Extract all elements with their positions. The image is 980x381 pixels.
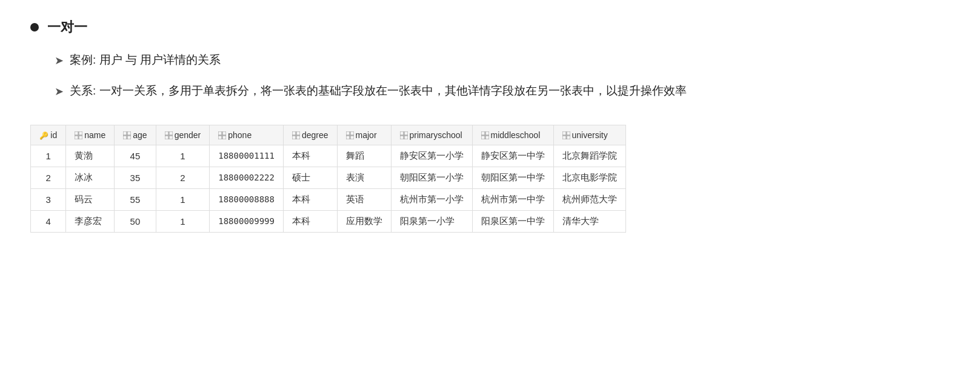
svg-rect-18 [292,136,296,139]
svg-rect-4 [123,131,127,135]
header-row: 🔑 id name age gender phone degree [31,125,626,145]
svg-rect-14 [218,136,222,139]
cell-middleschool-row2: 朝阳区第一中学 [472,167,553,188]
table-row: 2冰冰35218800002222硕士表演朝阳区第一小学朝阳区第一中学北京电影学… [31,167,626,188]
svg-rect-2 [75,136,78,139]
arrow-icon-2: ➤ [55,83,64,101]
table-body: 1黄渤45118800001111本科舞蹈静安区第一小学静安区第一中学北京舞蹈学… [31,145,626,232]
svg-rect-5 [127,131,131,135]
major-col-icon [346,131,354,139]
cell-middleschool-row4: 阳泉区第一中学 [472,210,553,232]
cell-primaryschool-row1: 静安区第一小学 [391,145,472,167]
cell-degree-row4: 本科 [283,210,337,232]
cell-major-row2: 表演 [337,167,391,188]
th-university: university [553,125,625,145]
cell-university-row1: 北京舞蹈学院 [553,145,625,167]
svg-rect-13 [222,131,226,135]
svg-rect-6 [123,136,127,139]
cell-id-row3: 3 [31,188,66,210]
cell-id-row4: 4 [31,210,66,232]
phone-col-icon [218,131,226,139]
svg-rect-7 [127,136,131,139]
th-age: age [115,125,156,145]
svg-rect-1 [79,131,82,135]
sub-item-1-label: 案例: 用户 与 用户详情的关系 [70,51,221,69]
cell-primaryschool-row4: 阳泉第一小学 [391,210,472,232]
svg-rect-24 [400,131,404,135]
middleschool-col-icon [481,131,489,139]
cell-phone-row4: 18800009999 [210,210,284,232]
cell-age-row2: 35 [115,167,156,188]
cell-phone-row3: 18800008888 [210,188,284,210]
section-header: 一对一 ➤ 案例: 用户 与 用户详情的关系 ➤ 关系: 一对一关系，多用于单表… [30,18,950,101]
cell-phone-row2: 18800002222 [210,167,284,188]
svg-rect-17 [296,131,300,135]
age-col-icon [123,131,131,139]
cell-university-row4: 清华大学 [553,210,625,232]
svg-rect-33 [567,131,570,135]
cell-major-row1: 舞蹈 [337,145,391,167]
section-title-text: 一对一 [47,18,87,36]
cell-degree-row3: 本科 [283,188,337,210]
cell-name-row4: 李彦宏 [66,210,115,232]
table-header: 🔑 id name age gender phone degree [31,125,626,145]
th-primaryschool: primaryschool [391,125,472,145]
svg-rect-21 [350,131,354,135]
cell-name-row2: 冰冰 [66,167,115,188]
degree-col-icon [292,131,300,139]
cell-gender-row2: 2 [156,167,210,188]
arrow-icon-1: ➤ [55,52,64,70]
cell-gender-row1: 1 [156,145,210,167]
svg-rect-10 [165,136,168,139]
svg-rect-28 [481,131,485,135]
svg-rect-19 [296,136,300,139]
th-gender: gender [156,125,210,145]
svg-rect-23 [350,136,354,139]
bullet-icon [30,23,39,31]
svg-rect-3 [79,136,82,139]
section-title: 一对一 [30,18,950,36]
sub-item-1: ➤ 案例: 用户 与 用户详情的关系 [55,51,950,70]
data-table: 🔑 id name age gender phone degree [30,125,626,233]
svg-rect-27 [404,136,408,139]
svg-rect-31 [485,136,489,139]
svg-rect-8 [165,131,168,135]
svg-rect-0 [75,131,78,135]
svg-rect-32 [562,131,566,135]
cell-phone-row1: 18800001111 [210,145,284,167]
th-name: name [66,125,115,145]
cell-gender-row4: 1 [156,210,210,232]
svg-rect-9 [169,131,173,135]
cell-major-row4: 应用数学 [337,210,391,232]
svg-rect-35 [567,136,570,139]
cell-age-row1: 45 [115,145,156,167]
cell-age-row3: 55 [115,188,156,210]
svg-rect-12 [218,131,222,135]
cell-middleschool-row1: 静安区第一中学 [472,145,553,167]
name-col-icon [75,131,82,139]
svg-rect-25 [404,131,408,135]
svg-rect-26 [400,136,404,139]
cell-degree-row1: 本科 [283,145,337,167]
sub-item-2: ➤ 关系: 一对一关系，多用于单表拆分，将一张表的基础字段放在一张表中，其他详情… [55,82,950,101]
gender-col-icon [165,131,173,139]
cell-id-row1: 1 [31,145,66,167]
cell-age-row4: 50 [115,210,156,232]
svg-rect-16 [292,131,296,135]
university-col-icon [562,131,570,139]
svg-rect-11 [169,136,173,139]
th-phone: phone [210,125,284,145]
cell-name-row3: 码云 [66,188,115,210]
cell-degree-row2: 硕士 [283,167,337,188]
cell-major-row3: 英语 [337,188,391,210]
svg-rect-29 [485,131,489,135]
svg-rect-30 [481,136,485,139]
cell-gender-row3: 1 [156,188,210,210]
svg-rect-22 [346,136,350,139]
table-row: 3码云55118800008888本科英语杭州市第一小学杭州市第一中学杭州师范大… [31,188,626,210]
th-middleschool: middleschool [472,125,553,145]
cell-university-row3: 杭州师范大学 [553,188,625,210]
cell-university-row2: 北京电影学院 [553,167,625,188]
cell-id-row2: 2 [31,167,66,188]
cell-primaryschool-row2: 朝阳区第一小学 [391,167,472,188]
